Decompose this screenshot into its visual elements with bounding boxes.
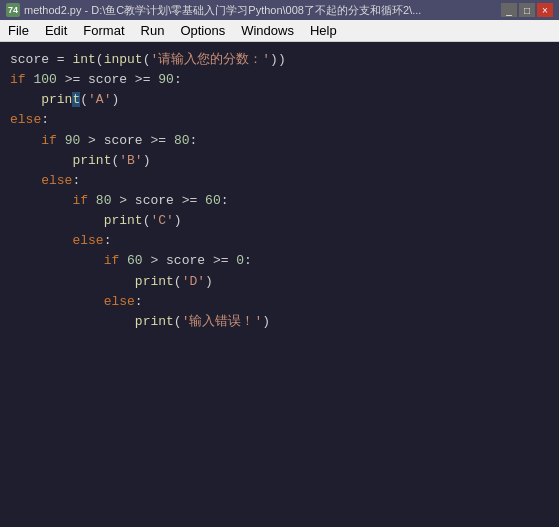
window-title: method2.py - D:\鱼C教学计划\零基础入门学习Python\008…: [24, 3, 421, 18]
code-line-12: print('D'): [10, 272, 549, 292]
title-bar-left: 74 method2.py - D:\鱼C教学计划\零基础入门学习Python\…: [6, 3, 421, 18]
code-line-11: if 60 > score >= 0:: [10, 251, 549, 271]
code-line-8: if 80 > score >= 60:: [10, 191, 549, 211]
code-line-4: else:: [10, 110, 549, 130]
menu-file[interactable]: File: [0, 20, 37, 41]
window-controls[interactable]: _ □ ×: [501, 3, 553, 17]
code-line-14: print('输入错误！'): [10, 312, 549, 332]
menu-help[interactable]: Help: [302, 20, 345, 41]
code-line-1: score = int(input('请输入您的分数：')): [10, 50, 549, 70]
code-line-2: if 100 >= score >= 90:: [10, 70, 549, 90]
menu-options[interactable]: Options: [172, 20, 233, 41]
code-line-6: print('B'): [10, 151, 549, 171]
menu-windows[interactable]: Windows: [233, 20, 302, 41]
minimize-button[interactable]: _: [501, 3, 517, 17]
code-line-9: print('C'): [10, 211, 549, 231]
close-button[interactable]: ×: [537, 3, 553, 17]
file-icon: 74: [6, 3, 20, 17]
code-line-5: if 90 > score >= 80:: [10, 131, 549, 151]
code-editor[interactable]: score = int(input('请输入您的分数：')) if 100 >=…: [0, 42, 559, 527]
title-bar: 74 method2.py - D:\鱼C教学计划\零基础入门学习Python\…: [0, 0, 559, 20]
menu-edit[interactable]: Edit: [37, 20, 75, 41]
maximize-button[interactable]: □: [519, 3, 535, 17]
code-line-10: else:: [10, 231, 549, 251]
code-line-7: else:: [10, 171, 549, 191]
code-line-13: else:: [10, 292, 549, 312]
menu-run[interactable]: Run: [133, 20, 173, 41]
code-line-3: print('A'): [10, 90, 549, 110]
menu-bar: File Edit Format Run Options Windows Hel…: [0, 20, 559, 42]
menu-format[interactable]: Format: [75, 20, 132, 41]
